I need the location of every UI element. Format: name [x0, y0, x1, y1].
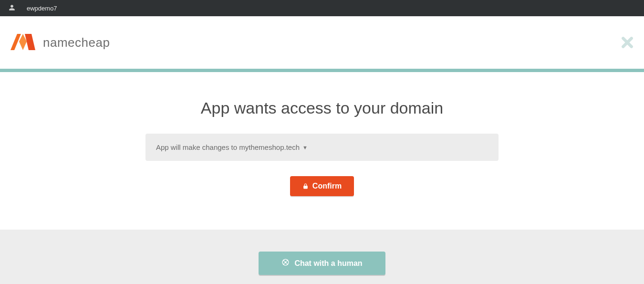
- close-icon[interactable]: [620, 35, 634, 50]
- lock-icon: [302, 183, 309, 189]
- svg-line-4: [283, 260, 285, 262]
- domain-prompt: App will make changes to mythemeshop.tec…: [156, 143, 300, 151]
- svg-point-3: [285, 261, 287, 263]
- main-content: App wants access to your domain App will…: [0, 72, 644, 230]
- chevron-down-icon: ▼: [302, 145, 308, 150]
- username[interactable]: ewpdemo7: [27, 5, 57, 12]
- chat-button[interactable]: Chat with a human: [259, 252, 385, 275]
- brand-name: namecheap: [43, 35, 110, 50]
- confirm-label: Confirm: [312, 182, 342, 190]
- chat-label: Chat with a human: [294, 259, 362, 268]
- domain-prompt-prefix: App will make changes to: [156, 143, 239, 151]
- page-title: App wants access to your domain: [10, 99, 634, 117]
- footer: Chat with a human: [0, 230, 644, 284]
- brand[interactable]: namecheap: [10, 32, 110, 53]
- svg-line-6: [283, 263, 285, 265]
- support-icon: [281, 258, 290, 268]
- header: namecheap: [0, 16, 644, 69]
- svg-line-7: [287, 263, 288, 265]
- namecheap-logo-icon: [10, 32, 36, 53]
- user-icon: [9, 4, 15, 12]
- topbar: ewpdemo7: [0, 0, 644, 16]
- divider: [0, 69, 644, 72]
- domain-selector[interactable]: App will make changes to mythemeshop.tec…: [145, 134, 499, 161]
- domain-value: mythemeshop.tech: [239, 143, 300, 151]
- confirm-button[interactable]: Confirm: [290, 176, 354, 196]
- svg-line-5: [287, 260, 288, 262]
